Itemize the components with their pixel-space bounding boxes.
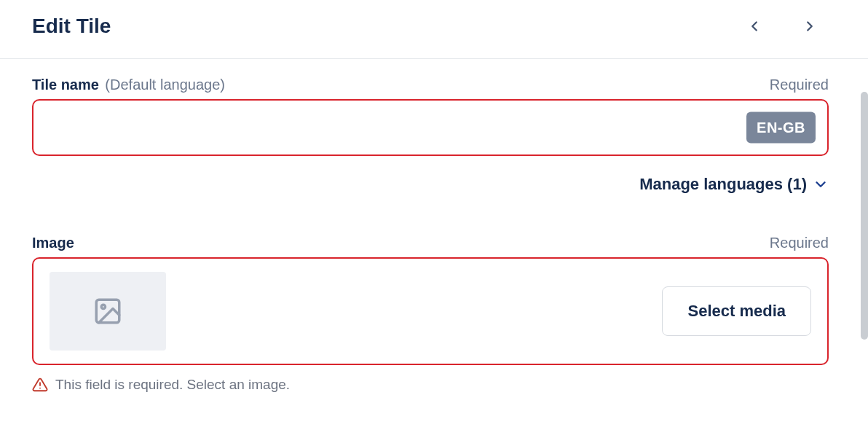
image-error-row: This field is required. Select an image. <box>32 377 829 393</box>
language-badge: EN-GB <box>746 112 816 144</box>
tile-name-sublabel: (Default language) <box>105 77 225 93</box>
nav-arrows <box>743 15 836 38</box>
svg-point-1 <box>101 305 105 308</box>
chevron-right-icon <box>802 18 818 34</box>
tile-name-label-row: Tile name (Default language) Required <box>32 77 829 93</box>
scrollbar[interactable] <box>861 92 868 340</box>
tile-name-label: Tile name <box>32 77 99 93</box>
warning-icon <box>32 377 48 393</box>
image-label-row: Image Required <box>32 235 829 251</box>
tile-name-input-wrap: EN-GB <box>32 99 829 156</box>
image-field: Select media <box>32 257 829 365</box>
image-required: Required <box>770 235 829 251</box>
tile-name-input[interactable] <box>32 99 829 156</box>
chevron-left-icon <box>746 18 762 34</box>
next-button[interactable] <box>798 15 821 38</box>
select-media-button[interactable]: Select media <box>662 286 811 336</box>
manage-languages-toggle[interactable]: Manage languages (1) <box>32 175 829 194</box>
prev-button[interactable] <box>743 15 766 38</box>
image-label: Image <box>32 235 74 251</box>
chevron-down-icon <box>813 176 829 192</box>
image-icon <box>92 296 123 326</box>
manage-languages-label: Manage languages (1) <box>639 175 807 194</box>
image-error-text: This field is required. Select an image. <box>55 377 290 393</box>
page-title: Edit Tile <box>32 15 111 38</box>
image-placeholder <box>50 272 166 351</box>
tile-name-required: Required <box>770 77 829 93</box>
